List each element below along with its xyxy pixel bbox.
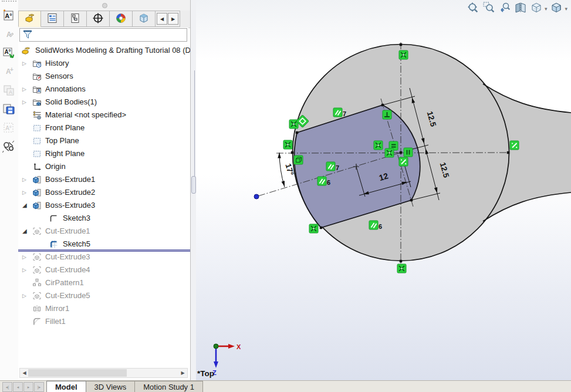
panel-splitter-dot[interactable] <box>102 3 107 8</box>
tree-item-material-not-specified[interactable]: Material <not specified> <box>18 109 190 121</box>
tab-motion-study-1[interactable]: Motion Study 1 <box>135 381 203 392</box>
expand-arrow[interactable]: ▷ <box>22 289 29 302</box>
panel-splitter[interactable] <box>191 0 196 380</box>
relation-coincident-icon[interactable] <box>374 141 383 150</box>
tree-item-cut-extrude1[interactable]: ◢Cut-Extrude1 <box>18 225 190 238</box>
relation-tangent-icon[interactable] <box>510 141 519 150</box>
sketch-point[interactable] <box>291 151 293 154</box>
expand-arrow[interactable]: ▷ <box>22 57 29 70</box>
scroll-left-arrow[interactable]: ◀ <box>20 369 29 377</box>
tree-item-history[interactable]: ▷History <box>18 57 190 70</box>
panel-tab-dimxpert[interactable] <box>87 11 110 27</box>
sketch-point[interactable] <box>296 131 298 134</box>
next-tab-button[interactable]: ▸ <box>23 382 33 392</box>
relation-perpendicular-icon[interactable] <box>383 110 391 119</box>
new-note-icon[interactable]: A°* <box>1 8 16 23</box>
expand-arrow[interactable]: ▷ <box>22 83 29 96</box>
expand-arrow[interactable]: ▷ <box>22 251 29 263</box>
relation-coincident-icon[interactable] <box>399 50 408 59</box>
sketch-point[interactable] <box>320 227 322 229</box>
expand-arrow[interactable]: ▷ <box>22 186 29 199</box>
tree-item-boss-extrude3[interactable]: ◢Boss-Extrude3 <box>18 199 190 212</box>
tree-item-cut-extrude4[interactable]: ▷Cut-Extrude4 <box>18 263 190 276</box>
splitter-line <box>194 70 195 183</box>
relation-coincident-icon[interactable] <box>385 148 394 157</box>
model-scene: 12.5 12.5 12 17° 7766 X Z *Top <box>196 0 571 380</box>
tree-item-mirror1[interactable]: Mirror1 <box>18 302 190 315</box>
triad-z-arrow <box>214 361 218 368</box>
tree-item-annotations[interactable]: ▷AAnnotations <box>18 83 190 96</box>
panel-horizontal-scrollbar[interactable]: ◀ ▶ <box>19 368 188 378</box>
relation-tangent-icon[interactable] <box>399 157 408 166</box>
toolbar-grip[interactable] <box>2 1 16 4</box>
tree-item-cut-extrude5[interactable]: ▷Cut-Extrude5 <box>18 289 190 302</box>
belt-chain-icon[interactable] <box>1 139 16 154</box>
expand-arrow[interactable]: ▷ <box>22 96 29 109</box>
view-orientation-icon[interactable] <box>530 1 543 16</box>
tree-item-cirpattern1[interactable]: CirPattern1 <box>18 276 190 289</box>
scroll-right-arrow[interactable]: ▶ <box>178 369 187 377</box>
tree-item-sensors[interactable]: Sensors <box>18 70 190 83</box>
insert-note-icon[interactable]: A° <box>1 45 16 60</box>
tree-root-item[interactable]: SolidWorks Modeling & Drafting Tutorial … <box>18 44 190 57</box>
relation-parallel-icon[interactable] <box>317 177 326 185</box>
tree-item-boss-extrude1[interactable]: ▷Boss-Extrude1 <box>18 173 190 186</box>
relation-coincident-icon[interactable] <box>283 140 292 149</box>
tab-scroll-left[interactable]: ◀ <box>157 13 167 25</box>
collapse-arrow[interactable]: ◢ <box>22 199 29 212</box>
collapse-arrow[interactable]: ◢ <box>22 225 29 238</box>
tab-model[interactable]: Model <box>46 381 86 392</box>
relation-coincident-icon[interactable] <box>309 224 318 233</box>
relation-intersection-icon[interactable] <box>294 156 303 164</box>
tree-item-sketch5[interactable]: Sketch5 <box>18 238 190 251</box>
view-orientation-label: *Top <box>197 369 214 378</box>
sketch-point[interactable] <box>381 104 384 106</box>
graphics-viewport[interactable]: 12.5 12.5 12 17° 7766 X Z *Top ▾▾ <box>196 0 571 380</box>
tree-filter-input[interactable] <box>19 28 187 42</box>
zoom-fit-icon[interactable] <box>467 1 479 16</box>
sketch-point[interactable] <box>410 199 413 201</box>
display-style-dropdown-arrow[interactable]: ▾ <box>565 6 567 12</box>
tree-item-sketch3[interactable]: Sketch3 <box>18 212 190 225</box>
first-tab-button[interactable]: ◂| <box>2 382 12 392</box>
graphics-tab-icon <box>138 12 150 26</box>
prev-tab-button[interactable]: ◂ <box>13 382 23 392</box>
panel-tab-graphics[interactable] <box>133 11 156 27</box>
panel-tab-features[interactable] <box>18 11 41 27</box>
tab-3d-views[interactable]: 3D Views <box>86 381 136 392</box>
panel-tab-property[interactable] <box>41 11 64 27</box>
splitter-handle[interactable] <box>191 176 196 194</box>
sketch-point[interactable] <box>507 151 509 154</box>
sketch-point[interactable] <box>400 151 402 154</box>
tree-item-front-plane[interactable]: Front Plane <box>18 121 190 134</box>
expand-arrow[interactable]: ▷ <box>22 263 29 276</box>
tree-item-solid-bodies-1[interactable]: ▷Solid Bodies(1) <box>18 96 190 109</box>
last-tab-button[interactable]: |▸ <box>34 382 44 392</box>
sketch-point[interactable] <box>400 43 402 46</box>
tree-item-top-plane[interactable]: Top Plane <box>18 134 190 147</box>
previous-view-icon[interactable] <box>498 1 511 16</box>
zoom-area-icon[interactable] <box>482 1 495 16</box>
tree-item-origin[interactable]: Origin <box>18 160 190 173</box>
relation-parallel-icon[interactable] <box>369 221 378 229</box>
rollback-bar[interactable] <box>18 249 190 252</box>
view-orientation-dropdown-arrow[interactable]: ▾ <box>545 6 548 12</box>
tab-scroll-right[interactable]: ▶ <box>168 13 178 25</box>
expand-arrow[interactable]: ▷ <box>22 173 29 186</box>
panel-tab-configuration[interactable] <box>64 11 87 27</box>
relation-parallel-icon[interactable] <box>326 162 335 171</box>
tree-item-right-plane[interactable]: Right Plane <box>18 147 190 160</box>
save-table-icon[interactable] <box>1 102 16 117</box>
relation-parallel-icon[interactable] <box>333 108 342 117</box>
tree-item-fillet1[interactable]: Fillet1 <box>18 315 190 328</box>
relation-coincident-icon[interactable] <box>397 264 406 273</box>
section-view-icon[interactable] <box>514 1 527 16</box>
relation-parallel-lines-icon[interactable] <box>404 148 413 157</box>
tree-item-cut-extrude3[interactable]: ▷Cut-Extrude3 <box>18 251 190 263</box>
tree-item-boss-extrude2[interactable]: ▷Boss-Extrude2 <box>18 186 190 199</box>
scrollbar-thumb[interactable] <box>28 369 127 377</box>
display-style-icon[interactable] <box>550 1 563 16</box>
sketch-point[interactable] <box>400 260 402 262</box>
panel-tab-display[interactable] <box>110 11 133 27</box>
endpoint-blue[interactable] <box>254 194 259 199</box>
